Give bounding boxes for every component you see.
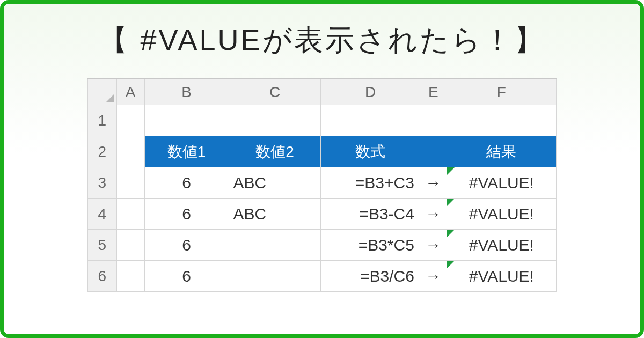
- cell-D1[interactable]: [321, 105, 420, 136]
- cell-C1[interactable]: [229, 105, 321, 136]
- cell-B4[interactable]: 6: [144, 199, 229, 230]
- cell-F3-error[interactable]: #VALUE!: [447, 167, 556, 199]
- col-header-C[interactable]: C: [229, 79, 321, 105]
- cell-D5[interactable]: =B3*C5: [321, 230, 420, 261]
- cell-B3[interactable]: 6: [144, 167, 229, 199]
- col-header-F[interactable]: F: [447, 79, 556, 105]
- cell-D3[interactable]: =B3+C3: [321, 167, 420, 199]
- cell-E4-arrow[interactable]: →: [420, 199, 447, 230]
- cell-D4[interactable]: =B3-C4: [321, 199, 420, 230]
- cell-A4[interactable]: [116, 199, 144, 230]
- cell-A6[interactable]: [116, 261, 144, 292]
- cell-C4[interactable]: ABC: [229, 199, 321, 230]
- row-2: 2 数値1 数値2 数式 結果: [88, 136, 557, 167]
- spreadsheet: A B C D E F 1 2 数値1 数: [87, 78, 557, 292]
- col-header-B[interactable]: B: [144, 79, 229, 105]
- cell-C6[interactable]: [229, 261, 321, 292]
- cell-C3[interactable]: ABC: [229, 167, 321, 199]
- cell-B6[interactable]: 6: [144, 261, 229, 292]
- cell-F1[interactable]: [447, 105, 556, 136]
- tutorial-card: 【 #VALUEが表示されたら！】 A B C D E F 1: [0, 0, 644, 338]
- cell-A3[interactable]: [116, 167, 144, 199]
- cell-D6[interactable]: =B3/C6: [321, 261, 420, 292]
- row-4: 4 6 ABC =B3-C4 → #VALUE!: [88, 199, 557, 230]
- row-1: 1: [88, 105, 557, 136]
- row-3: 3 6 ABC =B3+C3 → #VALUE!: [88, 167, 557, 199]
- table-header-formula[interactable]: 数式: [321, 136, 420, 167]
- cell-A5[interactable]: [116, 230, 144, 261]
- table-header-value1[interactable]: 数値1: [144, 136, 229, 167]
- cell-E3-arrow[interactable]: →: [420, 167, 447, 199]
- row-header-1[interactable]: 1: [88, 105, 117, 136]
- cell-E1[interactable]: [420, 105, 447, 136]
- cell-A1[interactable]: [116, 105, 144, 136]
- page-title: 【 #VALUEが表示されたら！】: [25, 21, 619, 60]
- cell-E6-arrow[interactable]: →: [420, 261, 447, 292]
- col-header-D[interactable]: D: [321, 79, 420, 105]
- cell-A2[interactable]: [116, 136, 144, 167]
- select-all-corner[interactable]: [88, 79, 117, 105]
- cell-B1[interactable]: [144, 105, 229, 136]
- cell-F6-error[interactable]: #VALUE!: [447, 261, 556, 292]
- row-header-5[interactable]: 5: [88, 230, 117, 261]
- row-header-6[interactable]: 6: [88, 261, 117, 292]
- col-header-E[interactable]: E: [420, 79, 447, 105]
- cell-F5-error[interactable]: #VALUE!: [447, 230, 556, 261]
- cell-C5[interactable]: [229, 230, 321, 261]
- cell-F4-error[interactable]: #VALUE!: [447, 199, 556, 230]
- cell-B5[interactable]: 6: [144, 230, 229, 261]
- row-6: 6 6 =B3/C6 → #VALUE!: [88, 261, 557, 292]
- table-header-result[interactable]: 結果: [447, 136, 556, 167]
- cell-E5-arrow[interactable]: →: [420, 230, 447, 261]
- row-header-4[interactable]: 4: [88, 199, 117, 230]
- col-header-A[interactable]: A: [116, 79, 144, 105]
- row-header-3[interactable]: 3: [88, 167, 117, 199]
- table-header-value2[interactable]: 数値2: [229, 136, 321, 167]
- table-header-spacer[interactable]: [420, 136, 447, 167]
- column-header-row: A B C D E F: [88, 79, 557, 105]
- row-header-2[interactable]: 2: [88, 136, 117, 167]
- row-5: 5 6 =B3*C5 → #VALUE!: [88, 230, 557, 261]
